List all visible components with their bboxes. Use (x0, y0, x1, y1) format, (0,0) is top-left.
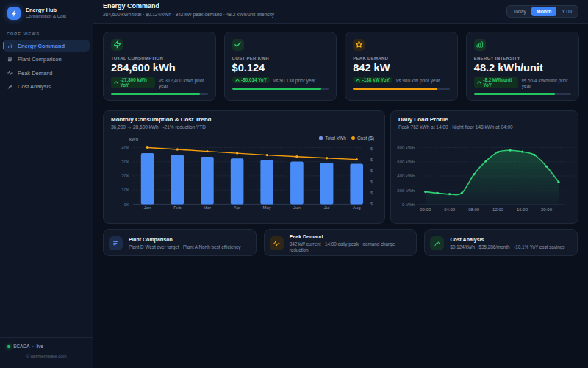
svg-text:30K: 30K (121, 160, 129, 164)
svg-text:Feb: Feb (173, 205, 182, 210)
svg-text:00:00: 00:00 (420, 208, 431, 212)
svg-text:$: $ (370, 169, 373, 173)
svg-text:04:00: 04:00 (444, 208, 456, 212)
svg-text:08:00: 08:00 (468, 208, 480, 212)
svg-text:$: $ (370, 180, 373, 184)
svg-text:Jul: Jul (324, 205, 330, 210)
svg-text:12:00: 12:00 (492, 208, 504, 212)
svg-text:20:00: 20:00 (541, 208, 553, 212)
svg-text:20K: 20K (121, 174, 129, 178)
svg-text:Jun: Jun (293, 205, 301, 210)
svg-text:0K: 0K (124, 202, 129, 207)
svg-text:10K: 10K (121, 188, 129, 192)
svg-text:$: $ (370, 158, 373, 162)
svg-text:800 kWh: 800 kWh (397, 146, 415, 150)
svg-text:Mar: Mar (204, 205, 211, 210)
svg-text:$: $ (370, 191, 373, 195)
svg-text:16:00: 16:00 (517, 208, 528, 212)
svg-text:40K: 40K (121, 146, 129, 150)
svg-text:200 kWh: 200 kWh (397, 188, 415, 193)
svg-text:600 kWh: 600 kWh (397, 160, 415, 164)
svg-text:Aug: Aug (353, 205, 361, 210)
svg-text:May: May (263, 205, 271, 210)
svg-text:Jan: Jan (144, 205, 151, 210)
svg-text:$: $ (370, 146, 373, 151)
svg-text:kWh: kWh (129, 137, 138, 141)
svg-text:$: $ (370, 202, 373, 206)
svg-text:400 kWh: 400 kWh (397, 174, 415, 178)
svg-text:0 kWh: 0 kWh (402, 202, 415, 207)
svg-text:Apr: Apr (234, 205, 240, 210)
